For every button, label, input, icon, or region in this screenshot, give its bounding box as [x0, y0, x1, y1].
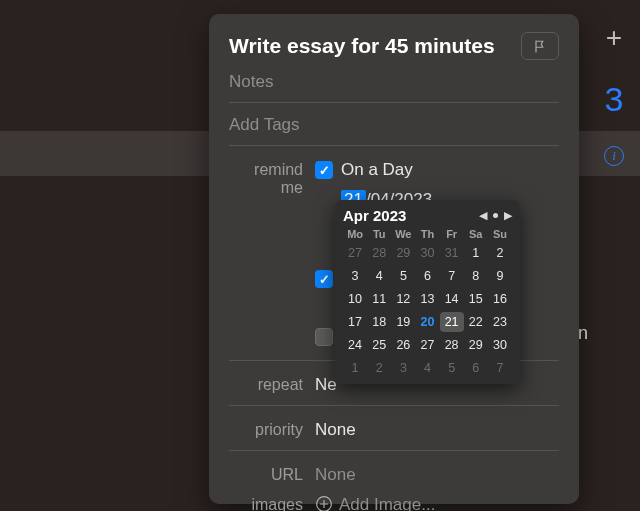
- on-a-day-checkbox[interactable]: [315, 161, 333, 179]
- calendar-day[interactable]: 4: [367, 266, 391, 286]
- next-month-button[interactable]: ▶: [504, 209, 512, 222]
- priority-value[interactable]: None: [315, 420, 559, 440]
- images-row: images Add Image...: [229, 495, 559, 511]
- add-circle-icon: [315, 495, 333, 511]
- flag-button[interactable]: [521, 32, 559, 60]
- priority-label: priority: [229, 420, 315, 439]
- url-label: URL: [229, 465, 315, 484]
- today-button[interactable]: [493, 213, 498, 218]
- reminder-title[interactable]: Write essay for 45 minutes: [229, 34, 511, 58]
- calendar-day[interactable]: 27: [343, 243, 367, 263]
- right-gutter: + 3 i: [604, 24, 624, 166]
- calendar-day[interactable]: 25: [367, 335, 391, 355]
- calendar-day[interactable]: 3: [391, 358, 415, 378]
- on-a-day-label: On a Day: [341, 160, 413, 180]
- calendar-day[interactable]: 3: [343, 266, 367, 286]
- add-image-button[interactable]: Add Image...: [315, 495, 559, 511]
- prev-month-button[interactable]: ◀: [479, 209, 487, 222]
- separator: [229, 405, 559, 406]
- calendar-day[interactable]: 5: [391, 266, 415, 286]
- url-value[interactable]: None: [315, 465, 559, 485]
- calendar-day[interactable]: 29: [464, 335, 488, 355]
- count-badge: 3: [605, 82, 624, 116]
- calendar-day[interactable]: 26: [391, 335, 415, 355]
- calendar-weekday: We: [391, 228, 415, 240]
- calendar-day[interactable]: 14: [440, 289, 464, 309]
- calendar-month-label: Apr 2023: [343, 207, 406, 224]
- calendar-day[interactable]: 21: [440, 312, 464, 332]
- calendar-day[interactable]: 20: [415, 312, 439, 332]
- calendar-day[interactable]: 12: [391, 289, 415, 309]
- at-a-time-checkbox[interactable]: [315, 270, 333, 288]
- plus-icon[interactable]: +: [606, 24, 622, 52]
- calendar-day[interactable]: 30: [415, 243, 439, 263]
- url-row: URL None: [229, 465, 559, 485]
- calendar-day[interactable]: 28: [367, 243, 391, 263]
- calendar-day[interactable]: 15: [464, 289, 488, 309]
- calendar-day[interactable]: 6: [415, 266, 439, 286]
- date-picker-popover: Apr 2023 ◀ ▶ MoTuWeThFrSaSu2728293031123…: [335, 200, 520, 384]
- calendar-weekday: Fr: [440, 228, 464, 240]
- calendar-day[interactable]: 30: [488, 335, 512, 355]
- calendar-weekday: Mo: [343, 228, 367, 240]
- separator: [229, 145, 559, 146]
- calendar-day[interactable]: 6: [464, 358, 488, 378]
- location-checkbox[interactable]: [315, 328, 333, 346]
- calendar-day[interactable]: 23: [488, 312, 512, 332]
- calendar-day[interactable]: 1: [464, 243, 488, 263]
- calendar-day[interactable]: 1: [343, 358, 367, 378]
- calendar-day[interactable]: 10: [343, 289, 367, 309]
- calendar-day[interactable]: 16: [488, 289, 512, 309]
- calendar-day[interactable]: 2: [488, 243, 512, 263]
- flag-icon: [533, 39, 548, 54]
- calendar-day[interactable]: 11: [367, 289, 391, 309]
- calendar-day[interactable]: 5: [440, 358, 464, 378]
- calendar-day[interactable]: 27: [415, 335, 439, 355]
- calendar-weekday: Tu: [367, 228, 391, 240]
- calendar-day[interactable]: 28: [440, 335, 464, 355]
- separator: [229, 102, 559, 103]
- calendar-day[interactable]: 29: [391, 243, 415, 263]
- calendar-day[interactable]: 31: [440, 243, 464, 263]
- notes-field[interactable]: Notes: [229, 72, 559, 92]
- calendar-weekday: Su: [488, 228, 512, 240]
- repeat-label: repeat: [229, 375, 315, 394]
- calendar-day[interactable]: 7: [488, 358, 512, 378]
- calendar-day[interactable]: 24: [343, 335, 367, 355]
- calendar-day[interactable]: 7: [440, 266, 464, 286]
- calendar-day[interactable]: 4: [415, 358, 439, 378]
- calendar-grid: MoTuWeThFrSaSu27282930311234567891011121…: [343, 228, 512, 378]
- info-icon[interactable]: i: [604, 146, 624, 166]
- calendar-weekday: Th: [415, 228, 439, 240]
- tags-field[interactable]: Add Tags: [229, 115, 559, 135]
- priority-row: priority None: [229, 420, 559, 440]
- calendar-day[interactable]: 17: [343, 312, 367, 332]
- calendar-weekday: Sa: [464, 228, 488, 240]
- calendar-day[interactable]: 13: [415, 289, 439, 309]
- separator: [229, 450, 559, 451]
- calendar-day[interactable]: 18: [367, 312, 391, 332]
- images-label: images: [229, 495, 315, 511]
- calendar-day[interactable]: 19: [391, 312, 415, 332]
- calendar-day[interactable]: 22: [464, 312, 488, 332]
- calendar-day[interactable]: 8: [464, 266, 488, 286]
- remind-me-label: remind me: [229, 160, 315, 197]
- calendar-day[interactable]: 2: [367, 358, 391, 378]
- calendar-day[interactable]: 9: [488, 266, 512, 286]
